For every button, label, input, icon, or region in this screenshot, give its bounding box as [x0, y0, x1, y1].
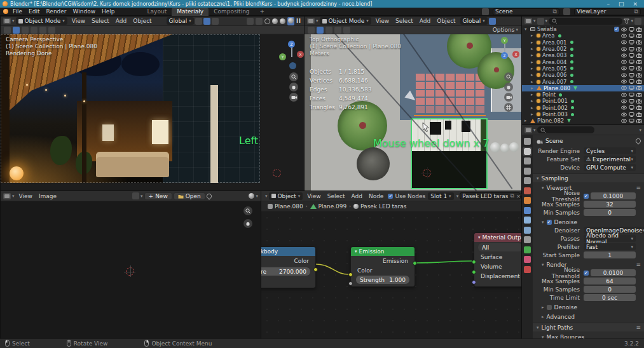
open-image-button[interactable]: Open [174, 192, 205, 200]
slot-dropdown[interactable]: Slot 1▾ [428, 192, 453, 200]
hide-eye-icon[interactable] [621, 112, 627, 117]
hide-viewport-icon[interactable] [629, 86, 634, 90]
hide-eye-icon[interactable] [621, 34, 627, 38]
expand-arrow-icon[interactable]: ▸ [531, 40, 537, 45]
property-value-max-samples[interactable]: 32 [584, 201, 636, 208]
properties-tab-output[interactable] [524, 157, 531, 164]
shader-menu-select[interactable]: Select [324, 193, 348, 199]
img-menu-view[interactable]: View [16, 193, 36, 199]
pin-icon[interactable] [205, 192, 212, 199]
expand-arrow-icon[interactable]: ▸ [531, 86, 537, 91]
hide-render-icon[interactable] [636, 53, 642, 58]
viewport-camera-canvas[interactable]: Camera Perspective (1) Scene Collection … [1, 34, 304, 191]
gizmos-toggle-icon[interactable] [247, 18, 254, 25]
expand-arrow-icon[interactable]: ▸ [531, 72, 537, 77]
properties-tab-material[interactable] [524, 256, 531, 263]
socket-displacement-input[interactable] [472, 280, 476, 284]
editor-type-icon[interactable] [524, 18, 532, 24]
display-channels-icon[interactable] [249, 193, 254, 199]
properties-tab-constraints[interactable] [524, 236, 531, 243]
outliner-row-point-001[interactable]: ▸Point.001 [522, 98, 644, 104]
hide-eye-icon[interactable] [621, 73, 627, 77]
expand-arrow-icon[interactable]: ▸ [531, 66, 537, 71]
tool-mode-icon[interactable] [13, 27, 20, 34]
hide-render-icon[interactable] [636, 73, 642, 77]
hide-eye-icon[interactable] [621, 79, 627, 84]
maximize-button[interactable]: □ [619, 1, 624, 7]
add-workspace-button[interactable]: + [256, 8, 269, 15]
vpl-menu-select[interactable]: Select [88, 18, 113, 24]
preset-menu-icon[interactable]: ≡ [636, 262, 641, 268]
hide-render-icon[interactable] [636, 60, 642, 64]
hide-render-icon[interactable] [636, 119, 642, 123]
pan-hand-icon[interactable] [243, 219, 252, 228]
orientation-dropdown[interactable]: Global▾ [167, 17, 194, 25]
shader-menu-view[interactable]: View [304, 193, 324, 199]
properties-tab-object-data[interactable] [524, 246, 531, 253]
orientation-dropdown[interactable]: Global▾ [460, 17, 488, 25]
topbar-menu-edit[interactable]: Edit [25, 8, 43, 15]
hide-viewport-icon[interactable] [629, 66, 634, 70]
panel-light-paths[interactable]: ▾Light Paths≡ [533, 323, 644, 331]
hide-eye-icon[interactable] [621, 86, 627, 90]
hide-viewport-icon[interactable] [629, 34, 634, 38]
hide-render-icon[interactable] [636, 27, 642, 32]
camera-view-icon[interactable] [289, 93, 298, 102]
node-material-output[interactable]: ▾Material Output All Surface Volume Disp… [474, 232, 521, 287]
property-value-passes[interactable]: Albedo and Normal▾ [584, 235, 636, 242]
vpt-menu-add[interactable]: Add [416, 18, 434, 24]
display-mode-icon[interactable] [537, 18, 544, 25]
outliner-row-point-002[interactable]: ▸Point.002 [522, 105, 644, 111]
expand-arrow-icon[interactable]: ▸ [531, 112, 537, 117]
panel-max-bounces[interactable]: ▾Max Bounces [533, 333, 644, 338]
property-value-device[interactable]: GPU Compute▾ [584, 164, 636, 171]
hide-render-icon[interactable] [636, 93, 642, 97]
hide-eye-icon[interactable] [621, 105, 627, 110]
shader-menu-add[interactable]: Add [348, 193, 365, 199]
hide-eye-icon[interactable] [621, 99, 627, 104]
vpl-menu-object[interactable]: Object [130, 18, 154, 24]
hide-render-icon[interactable] [636, 47, 642, 51]
tool-move-icon[interactable] [22, 27, 29, 34]
hide-render-icon[interactable] [636, 79, 642, 84]
editor-type-icon[interactable] [3, 18, 11, 24]
properties-tab-object[interactable] [524, 197, 531, 204]
blender-app-menu-icon[interactable] [3, 9, 8, 14]
workspace-tab-compositing[interactable]: Compositing [209, 8, 254, 16]
vpl-menu-view[interactable]: View [69, 18, 88, 24]
hide-render-icon[interactable] [636, 105, 642, 110]
property-value-min-samples[interactable]: 0 [584, 209, 636, 216]
hide-viewport-icon[interactable] [629, 60, 634, 64]
expand-arrow-icon[interactable]: ▸ [531, 33, 537, 38]
outliner-row-area-001[interactable]: ▸Area.001 [522, 39, 644, 46]
viewlayer-copy-icon[interactable]: ⧉ [634, 8, 638, 15]
viewlayer-browse-icon[interactable] [563, 8, 570, 15]
node-emission[interactable]: ▾Emission Emission Color Strength 1.000 [350, 246, 415, 287]
viewport-top-canvas[interactable]: Top Orthographic (1) Scene Collection | … [305, 34, 521, 191]
outliner-row-point[interactable]: ▸Point [522, 91, 644, 98]
hide-viewport-icon[interactable] [629, 119, 634, 123]
property-value-feature-set[interactable]: ⚠ Experimental▾ [584, 156, 636, 163]
properties-tab-particles[interactable] [524, 217, 531, 224]
hide-viewport-icon[interactable] [629, 73, 634, 77]
hide-eye-icon[interactable] [621, 60, 627, 64]
properties-tab-physics[interactable] [524, 227, 531, 234]
navigation-gizmo[interactable]: Z Y X [279, 39, 304, 71]
socket-emission-output[interactable] [413, 261, 417, 265]
expand-arrow-icon[interactable]: ▸ [531, 98, 537, 104]
socket-strength-input[interactable] [348, 281, 353, 286]
expand-arrow-icon[interactable]: ▾ [524, 27, 530, 32]
hide-viewport-icon[interactable] [629, 79, 634, 84]
tool-select-icon[interactable] [4, 27, 11, 34]
hide-eye-icon[interactable] [621, 119, 627, 123]
pivot-icon[interactable] [195, 18, 202, 25]
hide-render-icon[interactable] [636, 86, 642, 90]
new-collection-icon[interactable] [634, 18, 641, 25]
hide-eye-icon[interactable] [621, 47, 627, 51]
new-image-button[interactable]: +New [144, 192, 172, 200]
scene-selector[interactable]: Scene ⧉ [493, 8, 559, 15]
tool-rotate-icon[interactable] [31, 27, 38, 34]
properties-tab-modifiers[interactable] [524, 207, 531, 214]
pan-hand-icon[interactable] [289, 83, 298, 91]
hide-eye-icon[interactable] [621, 27, 627, 32]
